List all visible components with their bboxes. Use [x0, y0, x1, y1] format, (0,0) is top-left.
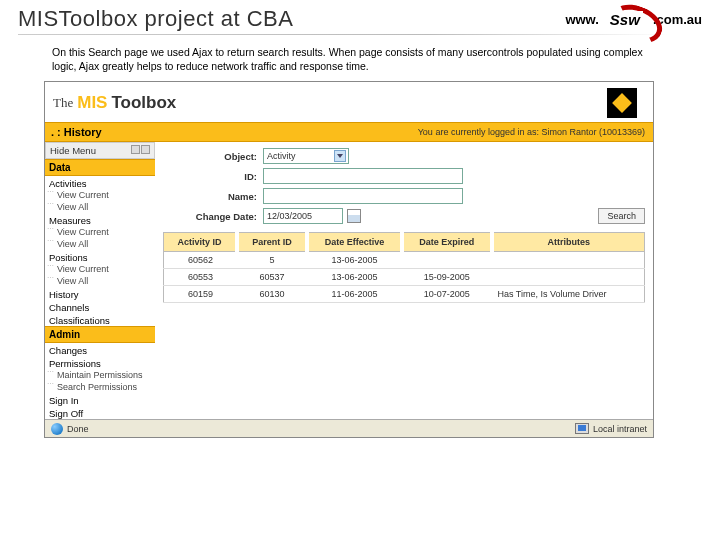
col-activity-id[interactable]: Activity ID — [164, 233, 238, 252]
cell-date-eff: 13-06-2005 — [307, 269, 402, 286]
object-label: Object: — [163, 151, 263, 162]
sidebar-item-act-view-all[interactable]: View All — [45, 201, 155, 213]
breadcrumb-bar: . : History You are currently logged in … — [45, 122, 653, 142]
cell-attributes — [492, 269, 645, 286]
ssw-logo: www. Ssw .com.au — [565, 6, 702, 32]
nav-fwd-icon[interactable] — [141, 145, 150, 154]
cba-diamond-icon — [607, 88, 637, 118]
sidebar-item-maintain-perm[interactable]: Maintain Permissions — [45, 369, 155, 381]
table-row[interactable]: 60553 60537 13-06-2005 15-09-2005 — [164, 269, 645, 286]
cell-attributes — [492, 252, 645, 269]
sidebar-group-positions[interactable]: Positions — [45, 250, 155, 263]
main-panel: Object: Activity ID: Name: Change Date: … — [155, 142, 653, 419]
sidebar-item-mea-view-all[interactable]: View All — [45, 238, 155, 250]
cell-activity-id: 60562 — [164, 252, 238, 269]
cell-date-exp: 15-09-2005 — [402, 269, 491, 286]
status-left: Done — [67, 424, 89, 434]
col-parent-id[interactable]: Parent ID — [237, 233, 307, 252]
hide-menu-bar[interactable]: Hide Menu — [45, 142, 155, 159]
changedate-input[interactable]: 12/03/2005 — [263, 208, 343, 224]
corner-swoosh-icon — [670, 490, 720, 540]
sidebar-item-act-view-current[interactable]: View Current — [45, 189, 155, 201]
col-date-effective[interactable]: Date Effective — [307, 233, 402, 252]
table-row[interactable]: 60159 60130 11-06-2005 10-07-2005 Has Ti… — [164, 286, 645, 303]
col-date-expired[interactable]: Date Expired — [402, 233, 491, 252]
breadcrumb: . : History — [45, 126, 108, 138]
sidebar-group-signin[interactable]: Sign In — [45, 393, 155, 406]
col-attributes[interactable]: Attributes — [492, 233, 645, 252]
object-select-value: Activity — [267, 151, 296, 161]
cell-parent-id: 60130 — [237, 286, 307, 303]
sidebar-section-data: Data — [45, 159, 155, 176]
ssw-brand: Ssw — [607, 11, 643, 28]
calendar-icon[interactable] — [347, 209, 361, 223]
changedate-label: Change Date: — [163, 211, 263, 222]
header-divider — [18, 34, 702, 35]
sidebar-group-signoff[interactable]: Sign Off — [45, 406, 155, 419]
sidebar-item-mea-view-current[interactable]: View Current — [45, 226, 155, 238]
id-input[interactable] — [263, 168, 463, 184]
sidebar-item-pos-view-all[interactable]: View All — [45, 275, 155, 287]
globe-icon — [51, 423, 63, 435]
slide-description: On this Search page we used Ajax to retu… — [0, 39, 720, 81]
browser-frame: The MIS Toolbox . : History You are curr… — [44, 81, 654, 438]
name-input[interactable] — [263, 188, 463, 204]
chevron-down-icon — [334, 150, 346, 162]
slide-title: MISToolbox project at CBA — [18, 6, 293, 32]
cell-date-exp — [402, 252, 491, 269]
sidebar-section-admin: Admin — [45, 326, 155, 343]
search-button[interactable]: Search — [598, 208, 645, 224]
intranet-icon — [575, 423, 589, 434]
nav-back-icon[interactable] — [131, 145, 140, 154]
status-right: Local intranet — [593, 424, 647, 434]
sidebar: Hide Menu Data Activities View Current V… — [45, 142, 155, 419]
sidebar-item-search-perm[interactable]: Search Permissions — [45, 381, 155, 393]
banner-toolbox: Toolbox — [111, 93, 176, 113]
status-bar: Done Local intranet — [45, 419, 653, 437]
sidebar-group-activities[interactable]: Activities — [45, 176, 155, 189]
cell-parent-id: 60537 — [237, 269, 307, 286]
cell-activity-id: 60553 — [164, 269, 238, 286]
sidebar-group-measures[interactable]: Measures — [45, 213, 155, 226]
cell-activity-id: 60159 — [164, 286, 238, 303]
cell-parent-id: 5 — [237, 252, 307, 269]
sidebar-item-pos-view-current[interactable]: View Current — [45, 263, 155, 275]
sidebar-group-permissions[interactable]: Permissions — [45, 356, 155, 369]
object-select[interactable]: Activity — [263, 148, 349, 164]
cell-date-exp: 10-07-2005 — [402, 286, 491, 303]
app-banner: The MIS Toolbox — [45, 82, 653, 122]
cell-date-eff: 13-06-2005 — [307, 252, 402, 269]
sidebar-group-history[interactable]: History — [45, 287, 155, 300]
cell-date-eff: 11-06-2005 — [307, 286, 402, 303]
name-label: Name: — [163, 191, 263, 202]
hide-menu-label: Hide Menu — [50, 145, 96, 156]
sidebar-group-changes[interactable]: Changes — [45, 343, 155, 356]
ssw-prefix: www. — [565, 12, 598, 27]
sidebar-group-channels[interactable]: Channels — [45, 300, 155, 313]
id-label: ID: — [163, 171, 263, 182]
cell-attributes: Has Time, Is Volume Driver — [492, 286, 645, 303]
login-info: You are currently logged in as: Simon Ra… — [418, 127, 645, 137]
table-row[interactable]: 60562 5 13-06-2005 — [164, 252, 645, 269]
results-grid: Activity ID Parent ID Date Effective Dat… — [163, 232, 645, 303]
banner-mis: MIS — [77, 93, 107, 113]
sidebar-group-classifications[interactable]: Classifications — [45, 313, 155, 326]
banner-the: The — [53, 95, 73, 111]
